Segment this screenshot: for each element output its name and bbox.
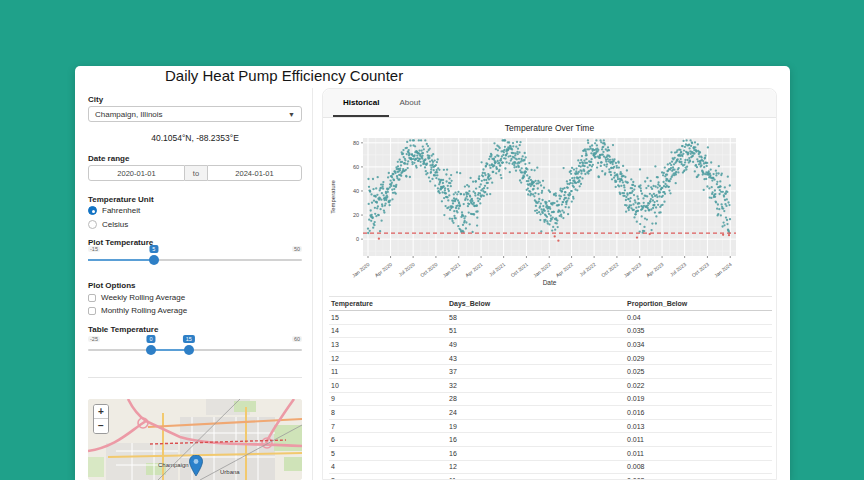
- svg-text:Jul 2022: Jul 2022: [578, 261, 597, 278]
- table-row: 12430.029: [329, 351, 772, 365]
- svg-text:40: 40: [353, 188, 359, 194]
- svg-text:Oct 2020: Oct 2020: [419, 261, 439, 278]
- start-date-input[interactable]: [88, 165, 185, 181]
- slider-to-label: 15: [183, 335, 195, 343]
- table-row: 11370.025: [329, 365, 772, 379]
- svg-text:Temperature Over Time: Temperature Over Time: [505, 123, 595, 133]
- main-panel: Historical About Temperature Over Time02…: [322, 88, 777, 480]
- svg-text:80: 80: [353, 140, 359, 146]
- tab-about[interactable]: About: [389, 89, 430, 117]
- slider-from-label: 0: [146, 335, 155, 343]
- city-select-value: Champaign, Illinois: [95, 110, 163, 119]
- checkbox-weekly-rolling-average[interactable]: Weekly Rolling Average: [88, 293, 302, 302]
- svg-text:Oct 2022: Oct 2022: [600, 261, 620, 278]
- sidebar-divider: [88, 377, 302, 378]
- map-zoom-in-button[interactable]: +: [94, 405, 108, 419]
- slider-min-label: -25: [88, 336, 100, 342]
- radio-celsius-label: Celsius: [102, 220, 128, 229]
- svg-text:Apr 2023: Apr 2023: [645, 261, 665, 278]
- checkbox-monthly-rolling-average[interactable]: Monthly Rolling Average: [88, 306, 302, 315]
- checkbox-icon: [88, 294, 96, 302]
- end-date-input[interactable]: [207, 165, 302, 181]
- table-header: Temperature: [329, 297, 447, 311]
- date-range-separator: to: [185, 165, 207, 181]
- table-row: 8240.016: [329, 406, 772, 420]
- table-header: Days_Below: [447, 297, 625, 311]
- radio-fahrenheit[interactable]: Fahrenheit: [88, 206, 302, 215]
- table-row: 4120.008: [329, 460, 772, 474]
- chevron-down-icon: ▼: [288, 111, 295, 118]
- table-row: 7190.013: [329, 419, 772, 433]
- svg-text:Apr 2020: Apr 2020: [373, 261, 393, 278]
- radio-selected-icon: [88, 206, 97, 215]
- map-city-label-champaign: Champaign: [158, 462, 189, 468]
- tab-bar: Historical About: [323, 89, 776, 118]
- map-zoom-control: + −: [93, 404, 109, 434]
- radio-fahrenheit-label: Fahrenheit: [102, 206, 140, 215]
- svg-text:Oct 2021: Oct 2021: [509, 261, 529, 278]
- slider-handle-from[interactable]: [146, 345, 156, 355]
- slider-handle-to[interactable]: [184, 345, 194, 355]
- svg-text:Date: Date: [543, 279, 557, 286]
- svg-text:Jul 2020: Jul 2020: [397, 261, 416, 278]
- table-temperature-slider: -25 60 0 15: [88, 336, 302, 360]
- slider-track[interactable]: [88, 349, 302, 351]
- table-row: 3110.008: [329, 474, 772, 480]
- slider-value-label: 5: [149, 245, 158, 253]
- tab-historical[interactable]: Historical: [333, 89, 389, 117]
- slider-max-label: 50: [292, 246, 302, 252]
- svg-text:Jan 2021: Jan 2021: [441, 261, 461, 279]
- svg-text:0: 0: [356, 236, 359, 242]
- svg-text:Jan 2020: Jan 2020: [351, 261, 371, 279]
- plot-options-label: Plot Options: [88, 281, 302, 290]
- table-row: 13490.034: [329, 338, 772, 352]
- svg-text:60: 60: [353, 164, 359, 170]
- svg-text:Jul 2023: Jul 2023: [669, 261, 688, 278]
- table-row: 10320.022: [329, 378, 772, 392]
- radio-unselected-icon: [88, 220, 97, 229]
- svg-text:Temperature: Temperature: [330, 179, 336, 213]
- table-temperature-label: Table Temperature: [88, 325, 302, 334]
- map-city-label-urbana: Urbana: [220, 469, 240, 475]
- svg-text:20: 20: [353, 212, 359, 218]
- table-row: 14510.035: [329, 324, 772, 338]
- svg-text:Oct 2023: Oct 2023: [690, 261, 710, 278]
- checkbox-weekly-label: Weekly Rolling Average: [101, 293, 185, 302]
- svg-text:Jul 2021: Jul 2021: [488, 261, 507, 278]
- table-row: 15580.04: [329, 311, 772, 325]
- slider-max-label: 60: [292, 336, 302, 342]
- slider-fill: [88, 259, 154, 261]
- threshold-table: TemperatureDays_BelowProportion_Below 15…: [329, 296, 772, 480]
- svg-text:Jan 2023: Jan 2023: [622, 261, 642, 279]
- page-title: Daily Heat Pump Efficiency Counter: [165, 67, 403, 84]
- plot-temperature-slider: -15 50 5: [88, 246, 302, 270]
- temperature-unit-label: Temperature Unit: [88, 195, 302, 204]
- slider-min-label: -15: [88, 246, 100, 252]
- checkbox-icon: [88, 307, 96, 315]
- city-select[interactable]: Champaign, Illinois ▼: [88, 106, 302, 122]
- table-header: Proportion_Below: [625, 297, 772, 311]
- city-label: City: [88, 95, 302, 104]
- date-range-label: Date range: [88, 154, 302, 163]
- sidebar: City Champaign, Illinois ▼ 40.1054°N, -8…: [75, 88, 313, 480]
- svg-text:Apr 2021: Apr 2021: [464, 261, 484, 278]
- svg-text:Jan 2024: Jan 2024: [713, 261, 733, 279]
- table-row: 9280.019: [329, 392, 772, 406]
- coordinates-text: 40.1054°N, -88.2353°E: [88, 133, 302, 143]
- temperature-chart: Temperature Over Time020406080Jan 2020Ap…: [323, 118, 776, 294]
- map-marker-icon[interactable]: [189, 455, 203, 477]
- date-range-input: to: [88, 165, 302, 181]
- slider-handle[interactable]: [149, 255, 159, 265]
- table-row: 5160.011: [329, 446, 772, 460]
- radio-celsius[interactable]: Celsius: [88, 220, 302, 229]
- map[interactable]: Champaign Urbana + −: [88, 399, 302, 480]
- table-row: 6160.011: [329, 433, 772, 447]
- svg-text:Jan 2022: Jan 2022: [532, 261, 552, 279]
- svg-text:Apr 2022: Apr 2022: [554, 261, 574, 278]
- map-zoom-out-button[interactable]: −: [94, 419, 108, 433]
- checkbox-monthly-label: Monthly Rolling Average: [101, 306, 187, 315]
- app-card: Daily Heat Pump Efficiency Counter City …: [75, 66, 790, 480]
